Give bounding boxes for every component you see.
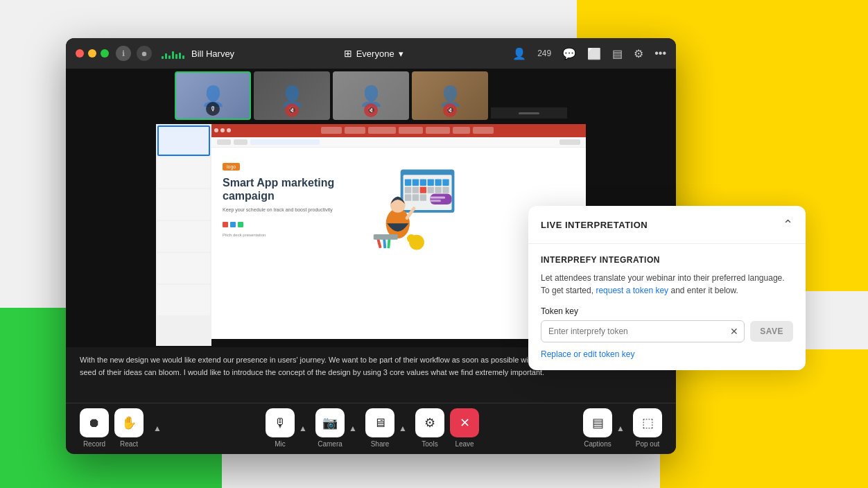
video-thumb-2[interactable]: 👤 🔇 — [254, 71, 330, 120]
audio-bar — [168, 55, 171, 59]
host-name: Bill Harvey — [191, 49, 234, 59]
svg-point-24 — [407, 234, 415, 243]
captions-chevron[interactable]: ▲ — [614, 414, 627, 443]
ppt-slide-subtitle: Keep your schedule on track and boost pr… — [223, 207, 361, 214]
video-thumb-4[interactable]: 👤 🔇 — [412, 71, 488, 120]
ppt-slide-3[interactable] — [157, 189, 210, 220]
minimize-button[interactable] — [88, 49, 96, 58]
ppt-slide-2[interactable] — [157, 157, 210, 188]
everyone-selector[interactable]: ⊞ Everyone ▾ — [344, 48, 403, 59]
desc-end: and enter it below. — [670, 286, 738, 295]
panel-body: INTERPREFY INTEGRATION Let attendees tra… — [528, 244, 806, 370]
token-link[interactable]: request a token key — [596, 286, 668, 295]
chat-icon[interactable]: 💬 — [562, 47, 576, 60]
token-clear-button[interactable]: ✕ — [724, 326, 744, 337]
grid-icon: ⊞ — [344, 48, 352, 59]
svg-rect-13 — [442, 187, 449, 193]
subtitles-icon[interactable]: ▤ — [612, 47, 623, 60]
camera-chevron[interactable]: ▲ — [346, 414, 360, 443]
audio-bar — [172, 51, 174, 59]
fullscreen-button[interactable] — [101, 49, 109, 58]
mic-icon: 🎙 — [266, 408, 295, 437]
ppt-slide-1[interactable] — [157, 125, 210, 156]
ppt-menu-item — [426, 127, 450, 134]
participant-count: 249 — [537, 49, 551, 58]
video-thumb-1[interactable]: 👤 🎙 — [175, 71, 251, 120]
camera-button[interactable]: 📷 Camera — [315, 408, 345, 448]
chevron-down-icon: ▾ — [399, 49, 403, 59]
ppt-color-blocks — [223, 222, 361, 227]
mic-group: 🎙 Mic ▲ — [266, 408, 310, 448]
ppt-slide-title: Smart App marketing campaign — [223, 176, 361, 202]
ppt-slide-5[interactable] — [157, 253, 210, 284]
save-button[interactable]: SAVE — [750, 321, 793, 342]
react-icon: ✋ — [114, 408, 144, 437]
token-input-row: ✕ SAVE — [541, 320, 793, 342]
ppt-menu-item — [321, 127, 342, 134]
ppt-toolbar — [211, 124, 586, 137]
svg-rect-5 — [428, 180, 434, 186]
title-bar: ℹ ⏺ Bill Harvey ⊞ Everyone ▾ 👤 249 💬 ⬜ ▤… — [66, 38, 676, 69]
collapse-button[interactable] — [491, 107, 567, 119]
mic-label: Mic — [275, 440, 286, 448]
record-label: Record — [83, 440, 105, 448]
toolbar-center: 🎙 Mic ▲ 📷 Camera ▲ 🖥 Share ▲ — [266, 408, 479, 448]
react-button[interactable]: ✋ React — [114, 408, 144, 448]
svg-rect-17 — [430, 194, 451, 205]
tools-group: ⚙ Tools — [415, 408, 444, 448]
more-icon[interactable]: ••• — [654, 47, 666, 60]
ppt-tool — [559, 139, 580, 145]
share-chevron[interactable]: ▲ — [396, 414, 410, 443]
video-thumb-3[interactable]: 👤 🔇 — [333, 71, 409, 120]
leave-icon: ✕ — [450, 408, 479, 437]
token-label: Token key — [541, 306, 793, 316]
mic-muted-icon: 🔇 — [285, 103, 299, 117]
toolbar-right: ▤ Captions ▲ ⬚ Pop out — [583, 408, 662, 448]
color-block-red — [223, 222, 228, 227]
audio-bar — [179, 53, 181, 59]
mic-chevron[interactable]: ▲ — [296, 414, 310, 443]
audio-bars — [162, 48, 184, 59]
svg-point-20 — [386, 209, 410, 239]
token-input-wrap: ✕ — [541, 320, 745, 342]
ppt-illustration — [368, 159, 465, 256]
participants-icon[interactable]: 👤 — [512, 47, 526, 60]
panel-header: LIVE INTERPRETATION ⌃ — [528, 206, 806, 244]
svg-rect-26 — [383, 238, 386, 248]
captions-icon: ▤ — [583, 408, 612, 437]
screen-share-icon[interactable]: ⬜ — [587, 47, 601, 60]
popout-label: Pop out — [636, 440, 659, 448]
settings-icon[interactable]: ⚙ — [634, 47, 643, 60]
replace-link[interactable]: Replace or edit token key — [541, 349, 793, 359]
popout-button[interactable]: ⬚ Pop out — [633, 408, 662, 448]
leave-button[interactable]: ✕ Leave — [450, 408, 479, 448]
ppt-slide-6[interactable] — [157, 285, 210, 315]
info-icon[interactable]: ℹ — [116, 46, 131, 61]
color-block-green — [238, 222, 243, 227]
close-button[interactable] — [76, 49, 84, 58]
expand-icon[interactable]: ▲ — [149, 414, 162, 443]
audio-bar — [175, 54, 177, 59]
ppt-dot — [214, 128, 218, 132]
svg-rect-27 — [387, 238, 390, 248]
share-button[interactable]: 🖥 Share — [365, 408, 394, 448]
record-button[interactable]: ⏺ Record — [80, 408, 109, 448]
token-input[interactable] — [541, 321, 724, 342]
ppt-slide-4[interactable] — [157, 221, 210, 252]
panel-collapse-button[interactable]: ⌃ — [783, 217, 793, 232]
captions-button[interactable]: ▤ Captions — [583, 408, 612, 448]
share-label: Share — [371, 440, 390, 448]
toolbar-left: ⏺ Record ✋ React ▲ — [80, 408, 162, 448]
tools-button[interactable]: ⚙ Tools — [415, 408, 444, 448]
collapse-line — [519, 112, 539, 114]
audio-bar — [165, 53, 167, 59]
ppt-dot — [220, 128, 225, 132]
record-icon[interactable]: ⏺ — [137, 46, 152, 61]
title-icons: 👤 249 💬 ⬜ ▤ ⚙ ••• — [512, 47, 666, 60]
color-block-blue — [230, 222, 236, 227]
svg-rect-9 — [413, 187, 419, 193]
captions-label: Captions — [584, 440, 611, 448]
everyone-label: Everyone — [356, 49, 394, 59]
mic-button[interactable]: 🎙 Mic — [266, 408, 295, 448]
svg-rect-6 — [435, 180, 441, 186]
